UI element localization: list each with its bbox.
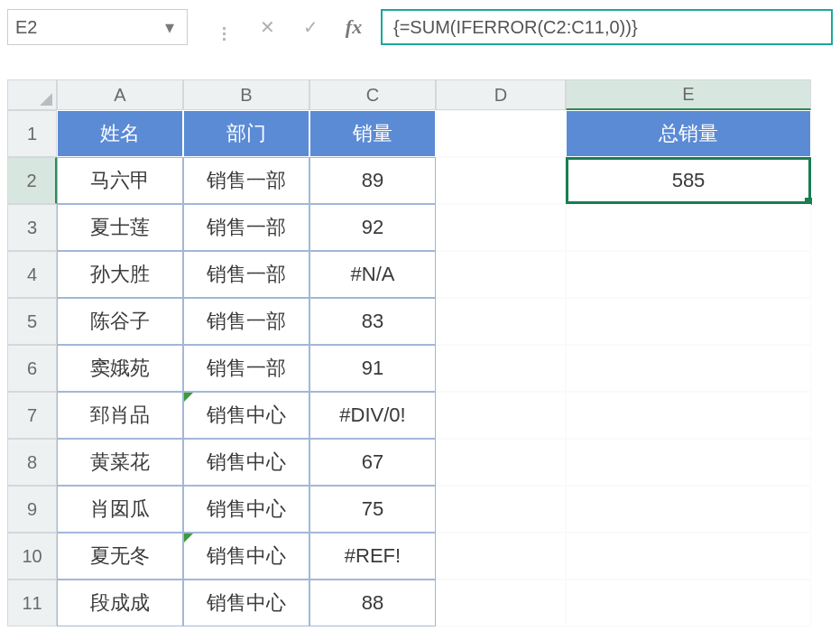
- cell-E4[interactable]: [566, 251, 811, 298]
- enter-icon[interactable]: ✓: [300, 16, 321, 38]
- cell-E11[interactable]: [566, 580, 811, 626]
- cell-D10[interactable]: [436, 533, 566, 580]
- formula-bar-buttons: ✕ ✓ fx: [213, 9, 365, 45]
- cell-B10[interactable]: 销售中心: [183, 533, 309, 580]
- cell-A6[interactable]: 窦娥苑: [57, 345, 183, 392]
- cell-E9[interactable]: [566, 486, 811, 533]
- cell-C2[interactable]: 89: [309, 157, 436, 204]
- grip-icon: [213, 14, 235, 41]
- col-header-A[interactable]: A: [57, 79, 183, 110]
- cell-D9[interactable]: [436, 486, 566, 533]
- cell-D11[interactable]: [436, 580, 566, 626]
- cell-A11[interactable]: 段成成: [57, 580, 183, 626]
- cell-A1[interactable]: 姓名: [57, 110, 183, 157]
- cell-E8[interactable]: [566, 439, 811, 486]
- cell-C4[interactable]: #N/A: [309, 251, 436, 298]
- cell-C7[interactable]: #DIV/0!: [309, 392, 436, 439]
- cell-E3[interactable]: [566, 204, 811, 251]
- cell-A10[interactable]: 夏无冬: [57, 533, 183, 580]
- formula-text: {=SUM(IFERROR(C2:C11,0))}: [393, 17, 638, 38]
- cell-B2[interactable]: 销售一部: [183, 157, 309, 204]
- cell-C9[interactable]: 75: [309, 486, 436, 533]
- select-all-corner[interactable]: [7, 79, 57, 110]
- row-header-8[interactable]: 8: [7, 439, 57, 486]
- cell-B4[interactable]: 销售一部: [183, 251, 309, 298]
- cell-B11[interactable]: 销售中心: [183, 580, 309, 626]
- cell-C1[interactable]: 销量: [309, 110, 436, 157]
- cell-A2[interactable]: 马六甲: [57, 157, 183, 204]
- cell-E1[interactable]: 总销量: [566, 110, 811, 157]
- cell-D2[interactable]: [436, 157, 566, 204]
- cell-C3[interactable]: 92: [309, 204, 436, 251]
- cell-E2-selected[interactable]: 585: [566, 157, 811, 204]
- cell-A4[interactable]: 孙大胜: [57, 251, 183, 298]
- cell-E7[interactable]: [566, 392, 811, 439]
- row-header-5[interactable]: 5: [7, 298, 57, 345]
- cell-E10[interactable]: [566, 533, 811, 580]
- cell-E5[interactable]: [566, 298, 811, 345]
- col-header-B[interactable]: B: [183, 79, 309, 110]
- cell-D4[interactable]: [436, 251, 566, 298]
- row-header-10[interactable]: 10: [7, 533, 57, 580]
- cell-C6[interactable]: 91: [309, 345, 436, 392]
- cell-D3[interactable]: [436, 204, 566, 251]
- row-header-9[interactable]: 9: [7, 486, 57, 533]
- cell-C10[interactable]: #REF!: [309, 533, 436, 580]
- row-header-3[interactable]: 3: [7, 204, 57, 251]
- cell-C5[interactable]: 83: [309, 298, 436, 345]
- cell-D7[interactable]: [436, 392, 566, 439]
- spreadsheet-grid[interactable]: A B C D E 1 姓名 部门 销量 总销量 2 马六甲 销售一部 89 5…: [7, 79, 833, 626]
- row-header-4[interactable]: 4: [7, 251, 57, 298]
- col-header-E[interactable]: E: [566, 79, 811, 110]
- row-header-6[interactable]: 6: [7, 345, 57, 392]
- cell-A5[interactable]: 陈谷子: [57, 298, 183, 345]
- fx-icon[interactable]: fx: [343, 15, 365, 39]
- cell-D8[interactable]: [436, 439, 566, 486]
- cell-B6[interactable]: 销售一部: [183, 345, 309, 392]
- name-box-input[interactable]: [8, 11, 152, 43]
- cell-A7[interactable]: 郅肖品: [57, 392, 183, 439]
- formula-bar: ▾ ✕ ✓ fx {=SUM(IFERROR(C2:C11,0))}: [7, 7, 833, 47]
- cell-A8[interactable]: 黄菜花: [57, 439, 183, 486]
- name-box-dropdown-icon[interactable]: ▾: [152, 16, 187, 38]
- cell-B9[interactable]: 销售中心: [183, 486, 309, 533]
- col-header-C[interactable]: C: [309, 79, 436, 110]
- cell-B1[interactable]: 部门: [183, 110, 309, 157]
- cell-B3[interactable]: 销售一部: [183, 204, 309, 251]
- cell-A3[interactable]: 夏士莲: [57, 204, 183, 251]
- cell-E6[interactable]: [566, 345, 811, 392]
- row-header-2[interactable]: 2: [7, 157, 57, 204]
- formula-input[interactable]: {=SUM(IFERROR(C2:C11,0))}: [381, 9, 833, 45]
- cell-D6[interactable]: [436, 345, 566, 392]
- row-header-7[interactable]: 7: [7, 392, 57, 439]
- cell-D1[interactable]: [436, 110, 566, 157]
- row-header-11[interactable]: 11: [7, 580, 57, 626]
- cell-B5[interactable]: 销售一部: [183, 298, 309, 345]
- cell-C11[interactable]: 88: [309, 580, 436, 626]
- row-header-1[interactable]: 1: [7, 110, 57, 157]
- cell-D5[interactable]: [436, 298, 566, 345]
- cell-B7[interactable]: 销售中心: [183, 392, 309, 439]
- name-box[interactable]: ▾: [7, 9, 188, 45]
- cell-B8[interactable]: 销售中心: [183, 439, 309, 486]
- col-header-D[interactable]: D: [436, 79, 566, 110]
- cancel-icon[interactable]: ✕: [256, 16, 278, 38]
- cell-A9[interactable]: 肖囡瓜: [57, 486, 183, 533]
- cell-C8[interactable]: 67: [309, 439, 436, 486]
